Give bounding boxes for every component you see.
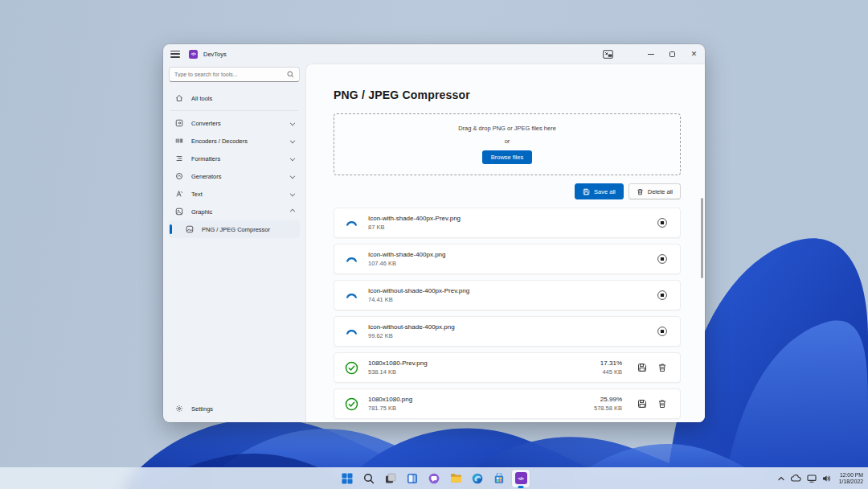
sidebar-item-png-jpeg-compressor[interactable]: PNG / JPEG Compressor (169, 220, 300, 238)
file-size: 74.41 KB (368, 296, 469, 303)
compressed-size: 578.58 KB (594, 405, 622, 412)
page-title: PNG / JPEG Compressor (334, 88, 681, 101)
cancel-compression-button[interactable] (655, 288, 669, 302)
widgets-button[interactable] (403, 470, 421, 487)
delete-file-button[interactable] (655, 360, 669, 375)
chevron-down-icon (290, 121, 295, 125)
stop-icon (657, 290, 668, 301)
main-content: PNG / JPEG Compressor Drag & drop PNG or… (305, 64, 705, 422)
delete-all-button[interactable]: Delete all (628, 183, 681, 199)
file-row: 1080x1080-Prev.png 538.14 KB 17.31% 445 … (334, 352, 681, 383)
compressed-size: 445 KB (602, 368, 622, 376)
compact-overlay-icon[interactable] (597, 44, 619, 64)
file-list: Icon-with-shade-400px-Prev.png 87 KB (334, 208, 681, 419)
stop-icon (657, 253, 668, 265)
compression-ratio: 17.31% (600, 360, 622, 367)
file-size: 99.62 KB (368, 332, 455, 339)
file-size: 538.14 KB (368, 368, 428, 376)
file-name: 1080x1080.png (368, 396, 412, 403)
file-explorer-button[interactable] (447, 470, 465, 487)
sidebar-item-label: Formatters (191, 155, 220, 162)
sidebar-item-graphic[interactable]: Graphic (169, 203, 300, 220)
sidebar-item-label: Settings (191, 405, 213, 413)
progress-spinner-icon (345, 289, 358, 302)
trash-icon (657, 363, 667, 372)
file-row: Icon-with-shade-400px-Prev.png 87 KB (334, 208, 681, 238)
graphic-icon (174, 208, 184, 216)
devtoys-icon: </> (515, 472, 527, 484)
chevron-down-icon (290, 138, 295, 143)
clock-time: 12:00 PM (840, 472, 863, 478)
file-name: Icon-without-shade-400px.png (368, 323, 455, 331)
cancel-compression-button[interactable] (655, 252, 669, 266)
dropzone-or-label: or (505, 138, 510, 145)
save-file-button[interactable] (635, 360, 649, 375)
delete-all-label: Delete all (648, 188, 673, 195)
file-name: Icon-with-shade-400px.png (368, 251, 446, 258)
sidebar-item-settings[interactable]: Settings (169, 400, 300, 417)
task-view-icon (385, 473, 396, 484)
network-icon[interactable] (807, 475, 817, 483)
sidebar-item-label: Encoders / Decoders (191, 138, 248, 145)
devtoys-taskbar-button[interactable]: </> (512, 470, 530, 487)
cancel-compression-button[interactable] (655, 324, 669, 339)
hamburger-menu-icon[interactable] (170, 51, 180, 58)
file-name: 1080x1080-Prev.png (368, 360, 428, 367)
chevron-down-icon (290, 156, 295, 161)
sidebar-item-label: All tools (191, 95, 212, 102)
tool-search-box[interactable] (169, 67, 300, 82)
close-button[interactable]: ✕ (683, 44, 705, 64)
browse-files-button[interactable]: Browse files (482, 150, 532, 164)
save-all-label: Save all (594, 188, 616, 195)
trash-icon (657, 399, 667, 409)
start-button[interactable] (338, 470, 356, 487)
minimize-button[interactable] (640, 44, 661, 64)
sidebar-item-encoders-decoders[interactable]: Encoders / Decoders (169, 132, 300, 150)
devtoys-window: </> DevToys ✕ (163, 44, 705, 422)
edge-button[interactable] (469, 470, 486, 487)
sidebar-item-label: Converters (191, 120, 221, 127)
save-all-button[interactable]: Save all (575, 183, 624, 199)
list-actions: Save all Delete all (334, 183, 681, 199)
task-view-button[interactable] (382, 470, 399, 487)
file-row: Icon-without-shade-400px-Prev.png 74.41 … (334, 280, 681, 310)
sidebar-item-converters[interactable]: Converters (169, 114, 300, 132)
file-dropzone[interactable]: Drag & drop PNG or JPEG files here or Br… (334, 113, 681, 175)
delete-file-button[interactable] (655, 397, 669, 411)
clock-date: 1/18/2022 (839, 479, 863, 484)
hidden-icons-chevron-icon[interactable] (777, 475, 785, 482)
search-icon (287, 71, 294, 78)
sidebar-item-text[interactable]: Text (169, 185, 300, 203)
desktop: </> DevToys ✕ (0, 0, 868, 489)
chat-button[interactable] (425, 470, 443, 487)
converters-icon (174, 119, 184, 127)
file-row: Icon-with-shade-400px.png 107.46 KB (334, 244, 681, 274)
file-row: 1080x1080.png 781.75 KB 25.99% 578.58 KB (334, 388, 681, 419)
chevron-down-icon (290, 174, 295, 179)
taskbar-clock[interactable]: 12:00 PM 1/18/2022 (837, 472, 863, 485)
sidebar-item-formatters[interactable]: Formatters (169, 150, 300, 167)
cancel-compression-button[interactable] (655, 216, 669, 230)
widgets-icon (407, 473, 418, 484)
formatters-icon (174, 154, 184, 162)
volume-icon[interactable] (822, 475, 831, 483)
scrollbar-thumb[interactable] (701, 198, 703, 278)
progress-spinner-icon (345, 216, 358, 230)
save-icon (583, 188, 590, 195)
search-input[interactable] (174, 72, 287, 77)
file-size: 107.46 KB (368, 260, 446, 267)
sidebar: All tools Converters Enc (163, 64, 305, 422)
file-row: Icon-without-shade-400px.png 99.62 KB (334, 316, 681, 347)
maximize-button[interactable] (661, 44, 683, 64)
onedrive-cloud-icon[interactable] (791, 475, 801, 482)
edge-icon (472, 473, 483, 484)
home-icon (174, 94, 184, 102)
file-size: 87 KB (368, 224, 461, 231)
sidebar-item-generators[interactable]: Generators (169, 167, 300, 185)
search-icon (363, 473, 375, 484)
sidebar-item-all-tools[interactable]: All tools (169, 89, 300, 107)
active-app-indicator (518, 486, 524, 488)
save-file-button[interactable] (635, 397, 649, 411)
store-button[interactable] (490, 470, 508, 487)
taskbar-search-button[interactable] (360, 470, 378, 487)
